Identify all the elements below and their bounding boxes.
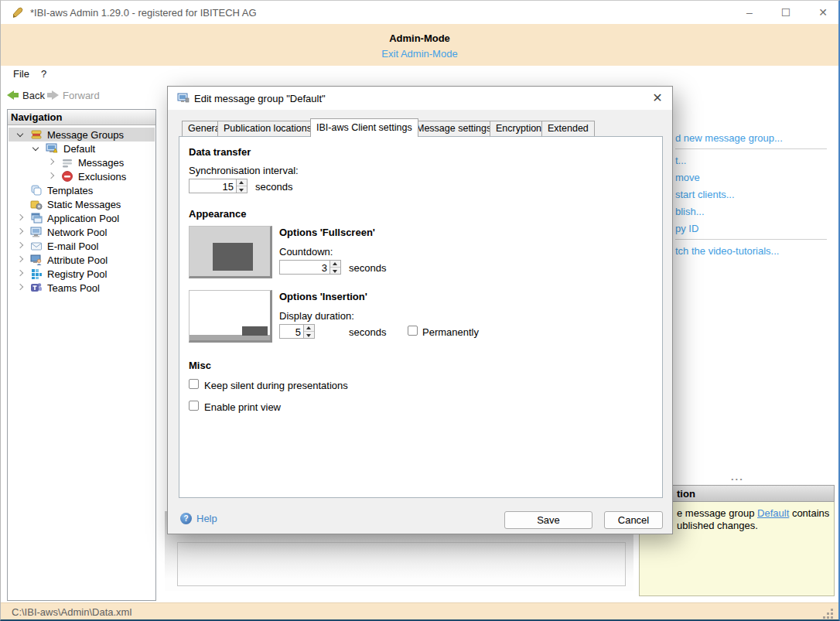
countdown-spinner[interactable]: 3 (279, 260, 341, 275)
chevron-right-icon[interactable] (17, 256, 23, 262)
task-separator (675, 239, 827, 240)
resize-grip[interactable] (824, 609, 833, 619)
exclusions-icon (61, 170, 73, 183)
forward-button[interactable]: Forward (47, 87, 100, 103)
sidebar-item-label: Messages (78, 157, 124, 169)
status-path: C:\IBI-aws\Admin\Data.xml (12, 606, 131, 618)
chevron-down-icon[interactable] (32, 145, 39, 151)
display-duration-spinner[interactable]: 5 (279, 324, 315, 339)
static-messages-icon (30, 198, 43, 210)
sidebar-item-label: E-mail Pool (47, 241, 98, 252)
sidebar-item-label: Attribute Pool (47, 254, 108, 266)
default-group-icon (46, 142, 58, 155)
spin-up-icon[interactable] (330, 261, 340, 268)
sidebar-item-messages[interactable]: Messages (9, 155, 155, 169)
tab-extended[interactable]: Extended (541, 121, 595, 137)
back-button[interactable]: Back (7, 87, 45, 103)
task-link-copy-id[interactable]: py ID (675, 223, 698, 234)
sidebar-item-label: Templates (47, 185, 93, 196)
window-titlebar: *IBI-aws Admin 1.29.0 - registered for I… (1, 1, 838, 24)
back-arrow-icon (7, 90, 19, 100)
sidebar-item-teams-pool[interactable]: Teams Pool (9, 281, 155, 295)
chevron-right-icon[interactable] (17, 228, 23, 234)
info-message-line2: ublished changes. (677, 520, 758, 531)
chevron-right-icon[interactable] (17, 214, 23, 220)
help-icon: ? (180, 513, 192, 524)
info-message-line1: e message group Default contains (677, 507, 829, 519)
help-label: Help (196, 513, 217, 524)
admin-mode-title: Admin-Mode (1, 32, 838, 44)
spin-up-icon[interactable] (304, 325, 314, 332)
exit-admin-mode-link[interactable]: Exit Admin-Mode (1, 48, 838, 60)
keep-silent-label: Keep silent during presentations (204, 380, 348, 391)
chevron-down-icon[interactable] (17, 131, 23, 137)
sync-interval-spinner[interactable]: 15 (189, 179, 248, 193)
fullscreen-options-heading: Options 'Fullscreen' (279, 227, 375, 238)
task-link-remove[interactable]: move (675, 172, 700, 183)
spin-down-icon[interactable] (330, 268, 340, 274)
sidebar-item-application-pool[interactable]: Application Pool (9, 211, 155, 225)
tab-publication-locations[interactable]: Publication locations (217, 121, 318, 137)
sidebar-item-attribute-pool[interactable]: Attribute Pool (9, 253, 155, 267)
sidebar-item-registry-pool[interactable]: Registry Pool (9, 267, 155, 281)
default-group-link[interactable]: Default (757, 507, 789, 519)
sidebar-item-network-pool[interactable]: Network Pool (9, 225, 155, 239)
teams-pool-icon (30, 281, 43, 294)
attribute-pool-icon (30, 254, 43, 266)
close-button[interactable]: ✕ (811, 6, 835, 20)
permanently-label: Permanently (422, 326, 479, 338)
sidebar-item-label: Network Pool (47, 227, 107, 238)
dialog-close-icon[interactable]: ✕ (646, 90, 669, 107)
spin-down-icon[interactable] (237, 186, 247, 193)
application-pool-icon (30, 212, 43, 224)
navigation-panel: Navigation Message Groups Default Messag… (7, 109, 156, 601)
maximize-button[interactable]: ☐ (774, 6, 797, 20)
tab-message-settings[interactable]: Message settings (410, 121, 497, 137)
sidebar-item-templates[interactable]: Templates (9, 183, 155, 197)
edit-message-group-dialog: Edit message group "Default" ✕ General P… (167, 86, 673, 534)
spin-up-icon[interactable] (237, 179, 247, 186)
task-link-video-tutorials[interactable]: tch the video-tutorials... (675, 245, 779, 257)
menu-help[interactable]: ? (41, 68, 46, 80)
fullscreen-preview-message-box (213, 243, 253, 271)
panel-splitter-handle[interactable]: ... (731, 471, 744, 483)
minimize-button[interactable]: – (738, 6, 761, 20)
forward-label: Forward (63, 90, 100, 101)
chevron-right-icon[interactable] (17, 242, 23, 248)
display-duration-label: Display duration: (279, 310, 354, 322)
spin-down-icon[interactable] (304, 332, 314, 338)
insertion-options-heading: Options 'Insertion' (279, 291, 367, 302)
countdown-value[interactable]: 3 (280, 261, 330, 274)
sidebar-item-default[interactable]: Default (9, 142, 155, 155)
sidebar-item-email-pool[interactable]: E-mail Pool (9, 239, 155, 253)
task-link-restart-clients[interactable]: start clients... (675, 189, 735, 200)
sidebar-item-label: Static Messages (47, 199, 121, 210)
save-button[interactable]: Save (504, 511, 592, 529)
display-duration-value[interactable]: 5 (280, 325, 303, 338)
sidebar-item-static-messages[interactable]: Static Messages (9, 197, 155, 211)
tab-encryption[interactable]: Encryption (490, 121, 548, 137)
insertion-preview-message-box (242, 326, 268, 336)
menu-file[interactable]: File (13, 68, 29, 80)
registry-pool-icon (30, 268, 43, 280)
task-link-edit[interactable]: t... (675, 155, 686, 166)
chevron-right-icon[interactable] (17, 270, 23, 276)
countdown-unit: seconds (349, 262, 386, 274)
task-link-publish[interactable]: blish... (675, 206, 705, 217)
tab-ibi-aws-client-settings[interactable]: IBI-aws Client settings (310, 118, 418, 137)
templates-icon (30, 184, 43, 196)
sidebar-item-message-groups[interactable]: Message Groups (9, 128, 155, 142)
keep-silent-checkbox[interactable] (189, 379, 199, 389)
sidebar-item-exclusions[interactable]: Exclusions (9, 169, 155, 183)
task-link-add-new-message-group[interactable]: d new message group... (675, 132, 783, 144)
permanently-checkbox[interactable] (408, 326, 418, 336)
chevron-right-icon[interactable] (48, 159, 54, 165)
sync-interval-unit: seconds (255, 181, 292, 193)
cancel-button[interactable]: Cancel (604, 511, 663, 529)
sync-interval-value[interactable]: 15 (190, 179, 236, 193)
dialog-title: Edit message group "Default" (194, 93, 326, 104)
help-link[interactable]: ? Help (180, 513, 217, 524)
chevron-right-icon[interactable] (17, 284, 23, 290)
chevron-right-icon[interactable] (48, 172, 54, 179)
enable-print-view-checkbox[interactable] (189, 401, 199, 411)
